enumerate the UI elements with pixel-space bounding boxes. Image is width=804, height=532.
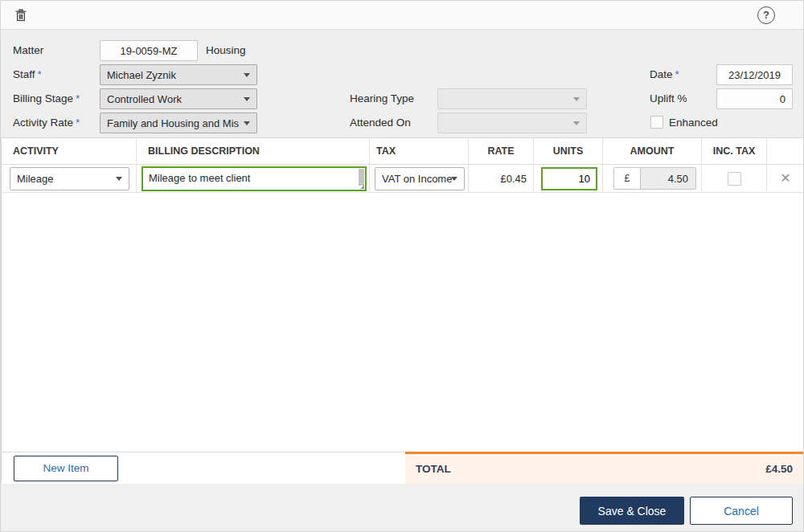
attended-on-label: Attended On: [350, 113, 411, 133]
table-header-row: ACTIVITY BILLING DESCRIPTION TAX RATE UN…: [2, 138, 804, 165]
dialog-toolbar: ?: [1, 1, 803, 30]
matter-label: Matter: [13, 40, 43, 61]
chevron-down-icon: [573, 97, 580, 101]
rate-value: £0.45: [469, 173, 533, 185]
chevron-down-icon: [116, 177, 122, 181]
billing-description-textarea[interactable]: Mileage to meet client: [142, 166, 367, 191]
chevron-down-icon: [451, 177, 457, 181]
table-row: Mileage Mileage to meet client VAT on In…: [2, 165, 804, 193]
chevron-down-icon: [573, 121, 580, 125]
new-item-button[interactable]: New Item: [14, 456, 118, 481]
dialog-footer: Save & Close Cancel: [1, 484, 804, 532]
column-header-amount: AMOUNT: [603, 138, 702, 164]
total-value: £4.50: [765, 463, 793, 475]
date-label: Date*: [650, 64, 679, 85]
amount-value: 4.50: [641, 168, 695, 189]
chevron-down-icon: [244, 73, 250, 77]
total-bar: TOTAL £4.50: [405, 452, 804, 484]
delete-row-icon[interactable]: ✕: [780, 172, 790, 185]
activity-dropdown[interactable]: Mileage: [10, 167, 129, 190]
required-asterisk: *: [76, 117, 80, 129]
table-footer-row: New Item TOTAL £4.50: [2, 452, 804, 484]
help-button[interactable]: ?: [757, 6, 775, 24]
date-input[interactable]: [716, 64, 793, 85]
chevron-down-icon: [244, 97, 250, 101]
entry-form: Matter Housing Staff* Michael Zyznik Dat…: [1, 31, 804, 137]
total-label: TOTAL: [416, 463, 451, 475]
tax-dropdown[interactable]: VAT on Income: [375, 167, 465, 190]
column-header-tax: TAX: [370, 138, 469, 164]
uplift-input[interactable]: [716, 88, 793, 109]
required-asterisk: *: [76, 92, 80, 104]
activity-rate-label: Activity Rate*: [13, 113, 80, 133]
uplift-label: Uplift %: [650, 88, 687, 109]
amount-field: £ 4.50: [613, 167, 696, 190]
scrollbar-thumb[interactable]: [359, 169, 364, 186]
table-empty-area: [2, 193, 804, 452]
column-header-activity: ACTIVITY: [2, 138, 137, 164]
hearing-type-dropdown[interactable]: [437, 88, 587, 109]
resize-handle-icon[interactable]: [360, 185, 364, 189]
column-header-rate: RATE: [469, 138, 534, 164]
billing-stage-label: Billing Stage*: [13, 88, 80, 109]
column-header-inc-tax: INC. TAX: [702, 138, 767, 164]
billing-items-table: ACTIVITY BILLING DESCRIPTION TAX RATE UN…: [1, 137, 804, 484]
column-header-billing-description: BILLING DESCRIPTION: [137, 138, 370, 164]
billing-stage-dropdown[interactable]: Controlled Work: [100, 88, 257, 109]
activity-rate-dropdown[interactable]: Family and Housing and Misc: [100, 113, 257, 133]
question-mark-icon: ?: [763, 9, 769, 21]
trash-icon: [13, 14, 29, 26]
enhanced-label: Enhanced: [669, 113, 718, 133]
column-header-actions: [767, 138, 804, 164]
billing-entry-dialog: ? Matter Housing Staff* Michael Zyznik D…: [0, 0, 804, 532]
attended-on-dropdown[interactable]: [437, 113, 587, 133]
delete-entry-button[interactable]: [12, 7, 30, 25]
matter-description-text: Housing: [206, 40, 246, 61]
staff-dropdown[interactable]: Michael Zyznik: [100, 64, 257, 85]
save-close-button[interactable]: Save & Close: [580, 497, 684, 525]
required-asterisk: *: [38, 68, 42, 80]
currency-symbol: £: [614, 168, 641, 189]
matter-input[interactable]: [100, 40, 198, 61]
required-asterisk: *: [675, 68, 679, 80]
inc-tax-checkbox[interactable]: [728, 172, 741, 186]
staff-label: Staff*: [13, 64, 42, 85]
cancel-button[interactable]: Cancel: [690, 497, 793, 525]
units-input[interactable]: [541, 167, 597, 190]
column-header-units: UNITS: [534, 138, 603, 164]
enhanced-checkbox[interactable]: [650, 116, 663, 129]
chevron-down-icon: [244, 121, 250, 125]
hearing-type-label: Hearing Type: [350, 88, 414, 109]
